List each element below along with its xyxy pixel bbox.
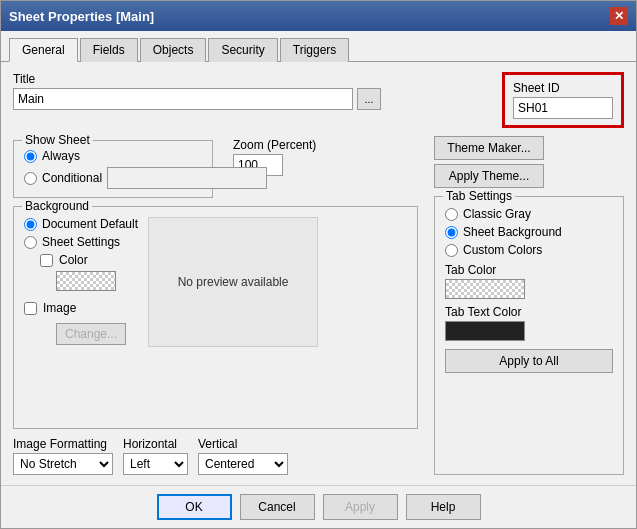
custom-colors-label: Custom Colors (463, 243, 542, 257)
no-stretch-select[interactable]: No Stretch (13, 453, 113, 475)
tab-text-color-swatch[interactable] (445, 321, 525, 341)
vertical-label: Vertical (198, 437, 288, 451)
color-checkbox[interactable] (40, 254, 53, 267)
tab-security[interactable]: Security (208, 38, 277, 62)
help-button[interactable]: Help (406, 494, 481, 520)
content-area: Title ... Sheet ID Show Sheet (1, 62, 636, 485)
image-checkbox[interactable] (24, 302, 37, 315)
color-swatch[interactable] (56, 271, 116, 291)
conditional-input[interactable] (107, 167, 267, 189)
sheet-id-box: Sheet ID (502, 72, 624, 128)
tabs-bar: General Fields Objects Security Triggers (1, 31, 636, 62)
doc-default-radio[interactable] (24, 218, 37, 231)
classic-gray-label: Classic Gray (463, 207, 531, 221)
close-button[interactable]: ✕ (610, 7, 628, 25)
always-radio-row: Always (24, 149, 202, 163)
zoom-label: Zoom (Percent) (233, 138, 316, 152)
doc-default-label: Document Default (42, 217, 138, 231)
title-label: Title (13, 72, 381, 86)
bg-content: Document Default Sheet Settings Color (24, 217, 407, 347)
sheet-id-input[interactable] (513, 97, 613, 119)
sheet-background-label: Sheet Background (463, 225, 562, 239)
right-panel: Theme Maker... Apply Theme... Tab Settin… (434, 136, 624, 475)
conditional-label: Conditional (42, 171, 102, 185)
classic-gray-row: Classic Gray (445, 207, 613, 221)
horizontal-select[interactable]: Left (123, 453, 188, 475)
horizontal-label: Horizontal (123, 437, 188, 451)
no-stretch-group: Image Formatting No Stretch (13, 437, 113, 475)
color-row: Color (40, 253, 138, 267)
main-window: Sheet Properties [Main] ✕ General Fields… (0, 0, 637, 529)
cancel-button[interactable]: Cancel (240, 494, 315, 520)
bg-options: Document Default Sheet Settings Color (24, 217, 138, 347)
left-panel: Show Sheet Always Conditional (13, 136, 418, 475)
tab-settings-options: Classic Gray Sheet Background Custom Col… (445, 207, 613, 257)
background-group: Background Document Default Sheet Settin… (13, 206, 418, 429)
bottom-bar: OK Cancel Apply Help (1, 485, 636, 528)
image-formatting-label: Image Formatting (13, 437, 113, 451)
sheet-id-label: Sheet ID (513, 81, 613, 95)
always-label: Always (42, 149, 80, 163)
tab-settings-box: Tab Settings Classic Gray Sheet Backgrou… (434, 196, 624, 475)
tab-objects[interactable]: Objects (140, 38, 207, 62)
always-radio[interactable] (24, 150, 37, 163)
tab-triggers[interactable]: Triggers (280, 38, 350, 62)
main-area: Show Sheet Always Conditional (13, 136, 624, 475)
tab-color-label: Tab Color (445, 263, 613, 277)
show-sheet-group: Show Sheet Always Conditional (13, 140, 213, 198)
custom-colors-radio[interactable] (445, 244, 458, 257)
tab-text-color-label: Tab Text Color (445, 305, 613, 319)
doc-default-row: Document Default (24, 217, 138, 231)
title-bar: Sheet Properties [Main] ✕ (1, 1, 636, 31)
tab-general[interactable]: General (9, 38, 78, 62)
change-button[interactable]: Change... (56, 323, 126, 345)
vertical-group: Vertical Centered (198, 437, 288, 475)
show-sheet-label: Show Sheet (22, 133, 93, 147)
apply-theme-button[interactable]: Apply Theme... (434, 164, 544, 188)
image-format-row: Image Formatting No Stretch Horizontal L… (13, 437, 418, 475)
color-label: Color (59, 253, 88, 267)
background-label: Background (22, 199, 92, 213)
apply-button[interactable]: Apply (323, 494, 398, 520)
classic-gray-radio[interactable] (445, 208, 458, 221)
image-label: Image (43, 301, 76, 315)
horizontal-group: Horizontal Left (123, 437, 188, 475)
sheet-settings-row: Sheet Settings (24, 235, 138, 249)
tab-color-swatch[interactable] (445, 279, 525, 299)
title-dots-button[interactable]: ... (357, 88, 381, 110)
sheet-settings-radio[interactable] (24, 236, 37, 249)
apply-to-all-button[interactable]: Apply to All (445, 349, 613, 373)
sheet-background-radio[interactable] (445, 226, 458, 239)
sheet-settings-label: Sheet Settings (42, 235, 120, 249)
custom-colors-row: Custom Colors (445, 243, 613, 257)
conditional-radio-row: Conditional (24, 167, 202, 189)
right-buttons: Theme Maker... Apply Theme... (434, 136, 624, 188)
vertical-select[interactable]: Centered (198, 453, 288, 475)
tab-fields[interactable]: Fields (80, 38, 138, 62)
tab-settings-label: Tab Settings (443, 189, 515, 203)
title-input[interactable] (13, 88, 353, 110)
image-row: Image (24, 301, 138, 315)
sheet-background-row: Sheet Background (445, 225, 613, 239)
show-sheet-options: Always Conditional (24, 149, 202, 189)
ok-button[interactable]: OK (157, 494, 232, 520)
preview-box: No preview available (148, 217, 318, 347)
window-title: Sheet Properties [Main] (9, 9, 154, 24)
preview-text: No preview available (178, 275, 289, 289)
conditional-radio[interactable] (24, 172, 37, 185)
theme-maker-button[interactable]: Theme Maker... (434, 136, 544, 160)
